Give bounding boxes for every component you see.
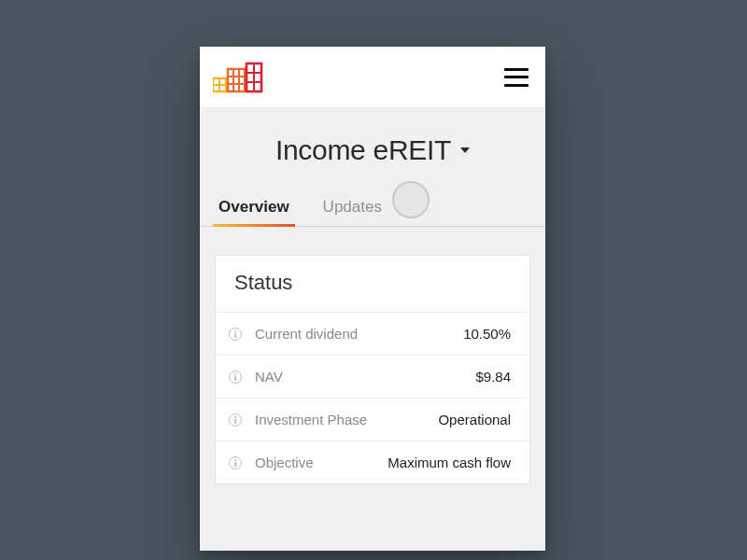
navbar <box>200 47 545 108</box>
status-card: Status Current dividend 10.50% NAV $9.84… <box>215 255 530 484</box>
status-row-phase: Investment Phase Operational <box>216 399 529 441</box>
tab-overview[interactable]: Overview <box>215 190 293 226</box>
fund-selector[interactable]: Income eREIT <box>200 108 545 190</box>
status-value: Operational <box>438 412 511 427</box>
info-icon[interactable] <box>229 328 242 341</box>
status-label: Investment Phase <box>255 412 438 427</box>
status-row-dividend: Current dividend 10.50% <box>216 313 529 356</box>
status-value: Maximum cash flow <box>388 455 511 470</box>
info-icon[interactable] <box>229 456 242 469</box>
app-logo[interactable] <box>213 62 265 93</box>
hamburger-icon <box>504 68 529 71</box>
buildings-icon <box>213 62 265 93</box>
menu-button[interactable] <box>504 68 529 87</box>
status-label: Current dividend <box>255 326 463 342</box>
tab-bar: Overview Updates <box>200 190 545 227</box>
fund-title: Income eREIT <box>275 134 451 166</box>
status-label: NAV <box>255 369 475 385</box>
caret-down-icon <box>460 147 470 153</box>
info-icon[interactable] <box>229 413 242 427</box>
status-label: Objective <box>255 455 388 470</box>
status-heading: Status <box>216 256 529 313</box>
app-viewport: Income eREIT Overview Updates Status Cur… <box>200 47 545 551</box>
svg-rect-3 <box>228 69 245 91</box>
status-row-objective: Objective Maximum cash flow <box>216 441 529 483</box>
info-icon[interactable] <box>229 371 242 384</box>
tab-updates[interactable]: Updates <box>319 190 386 226</box>
status-value: $9.84 <box>475 369 511 385</box>
status-row-nav: NAV $9.84 <box>216 356 529 399</box>
status-value: 10.50% <box>463 326 511 342</box>
